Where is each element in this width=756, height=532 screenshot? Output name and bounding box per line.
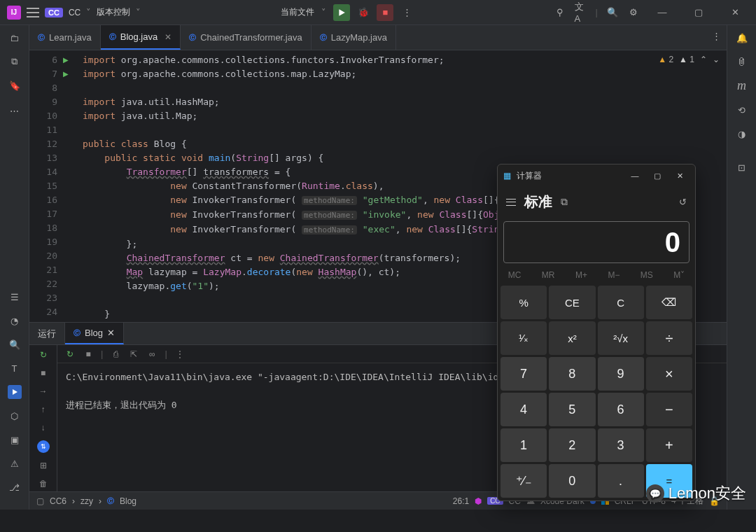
tabs-menu-icon[interactable]: ⋮ [712,31,721,41]
calc-btn-x²[interactable]: x² [549,321,595,355]
list-icon[interactable]: ☰ [8,290,22,304]
calc-btn-²√x[interactable]: ²√x [598,321,644,355]
translate-icon[interactable]: 文A [575,6,587,19]
breadcrumb-1[interactable]: CC6 [50,496,66,506]
close-icon[interactable]: ✕ [721,2,749,23]
link-icon[interactable]: ∞ [146,349,158,360]
clock-icon[interactable]: ◑ [735,127,749,141]
calc-mem-mc[interactable]: MC [508,270,522,280]
calc-btn-5[interactable]: 5 [549,393,595,426]
calc-btn-1[interactable]: 1 [500,428,547,462]
calc-btn-0[interactable]: 0 [549,464,595,498]
text-icon[interactable]: T [8,361,22,375]
calc-btn-−[interactable]: − [646,393,692,426]
calc-mem-m−[interactable]: M− [608,270,620,280]
calc-btn-×[interactable]: × [646,357,692,391]
run-config-dropdown[interactable]: 当前文件 [281,6,314,18]
calc-btn-4[interactable]: 4 [500,393,547,426]
stop-icon[interactable]: ■ [38,368,49,379]
calc-btn-⁺⁄₋[interactable]: ⁺⁄₋ [500,464,547,498]
calc-on-top-icon[interactable]: ⧉ [561,196,568,208]
more-tools-icon[interactable]: ⋯ [10,106,19,116]
breadcrumb-3[interactable]: Blog [120,496,136,506]
structure-icon[interactable]: ⧉ [8,55,22,69]
layout-icon[interactable]: ⊞ [38,460,49,471]
run-tool-icon[interactable] [8,385,22,399]
calc-btn-¹⁄ₓ[interactable]: ¹⁄ₓ [500,321,547,355]
code-with-me-icon[interactable]: ⚲ [554,6,566,19]
close-panel-tab-icon[interactable]: ✕ [107,328,115,338]
calc-menu-icon[interactable] [506,199,516,206]
up-icon[interactable]: ↑ [38,404,49,415]
git-icon[interactable]: ⟲ [735,103,749,117]
calc-btn-+[interactable]: + [646,428,692,462]
calc-btn-8[interactable]: 8 [549,357,595,391]
calc-history-icon[interactable]: ↺ [679,197,687,207]
tab-lazymap[interactable]: ⒸLazyMap.java [312,25,396,50]
rerun-icon[interactable]: ↻ [38,349,49,360]
dashboard-icon[interactable]: ◔ [8,314,22,328]
calc-btn-7[interactable]: 7 [500,357,547,391]
caret-position[interactable]: 26:1 [453,496,469,506]
vcs-icon[interactable]: ⎇ [8,480,22,494]
project-icon[interactable]: 🗀 [8,31,22,45]
down-icon[interactable]: ↓ [38,422,49,433]
weak-warnings-badge[interactable]: ▲ 1 [679,55,694,64]
breadcrumb-2[interactable]: zzy [80,496,93,506]
notifications-icon[interactable]: 🔔 [735,31,749,45]
camera-icon[interactable]: ⎙ [110,349,121,360]
run-button[interactable] [333,4,350,21]
calc-maximize-icon[interactable]: ▢ [648,166,667,186]
more2-icon[interactable]: ⋮ [174,349,186,360]
minimize-icon[interactable]: — [648,2,676,23]
maximize-icon[interactable]: ▢ [685,2,713,23]
services-icon[interactable]: ⬡ [8,409,22,423]
calc-btn-÷[interactable]: ÷ [646,321,692,355]
rerun2-icon[interactable]: ↻ [64,349,76,360]
tab-learn[interactable]: ⒸLearn.java [29,25,101,50]
calc-btn-CE[interactable]: CE [549,286,595,319]
expand-down-icon[interactable]: ⌄ [713,55,720,64]
filter-icon[interactable]: ⇅ [37,440,50,453]
tab-blog[interactable]: ⒸBlog.java✕ [101,25,181,50]
problems-icon[interactable]: ⚠ [8,456,22,470]
calc-btn-3[interactable]: 3 [598,428,644,462]
search-icon[interactable]: 🔍 [606,6,619,19]
more-icon[interactable]: ⋮ [400,6,413,19]
export-icon[interactable]: ⇱ [128,349,139,360]
run-config-tab[interactable]: ⒸBlog✕ [65,323,124,344]
expand-up-icon[interactable]: ⌃ [700,55,707,64]
calc-btn-6[interactable]: 6 [598,393,644,426]
bookmarks-icon[interactable]: 🔖 [8,78,22,92]
vcs-dropdown[interactable]: 版本控制 [97,6,130,18]
trash-icon[interactable]: 🗑 [38,478,49,489]
calc-btn-⌫[interactable]: ⌫ [646,286,692,319]
debug-icon[interactable]: 🐞 [357,6,370,19]
calc-minimize-icon[interactable]: — [625,166,645,186]
settings-icon[interactable]: ⚙ [627,6,640,19]
main-menu-icon[interactable] [27,8,39,18]
close-tab-icon[interactable]: ✕ [164,32,172,42]
run-panel-title[interactable]: 运行 [29,323,65,344]
calc-btn-9[interactable]: 9 [598,357,644,391]
calendar-icon[interactable]: ⊡ [735,160,749,174]
terminal-icon[interactable]: ▣ [8,433,22,447]
calc-btn-%[interactable]: % [500,286,547,319]
maven-icon[interactable]: m [737,78,746,93]
warnings-badge[interactable]: ▲ 2 [658,55,673,64]
stop2-icon[interactable]: ■ [83,349,94,360]
calc-btn-2[interactable]: 2 [549,428,595,462]
find-icon[interactable]: 🔍 [8,337,22,351]
calc-mem-mr[interactable]: MR [542,270,555,280]
calc-btn-C[interactable]: C [598,286,644,319]
database-icon[interactable]: 🛢 [735,55,749,69]
calc-mem-m+[interactable]: M+ [575,270,587,280]
calc-mem-ms[interactable]: MS [640,270,653,280]
tab-chainedtransformer[interactable]: ⒸChainedTransformer.java [181,25,311,50]
exit-icon[interactable]: → [38,386,49,397]
calc-btn-.[interactable]: . [598,464,644,498]
calc-close-icon[interactable]: ✕ [670,166,690,186]
calc-mem-m˅[interactable]: M˅ [673,270,685,280]
stop-button[interactable]: ■ [377,4,393,21]
project-name[interactable]: CC [69,8,80,18]
